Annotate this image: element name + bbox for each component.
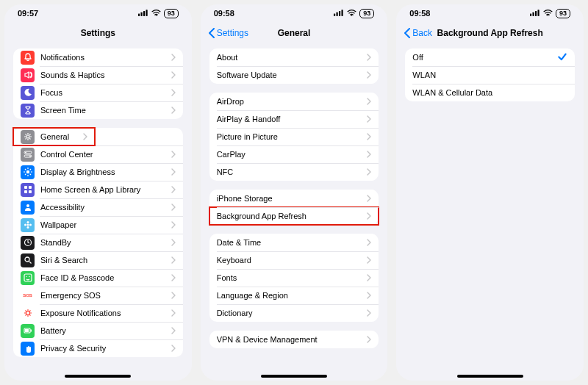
settings-row[interactable]: Sounds & Haptics — [13, 66, 183, 84]
svg-rect-36 — [533, 12, 534, 16]
svg-point-24 — [26, 276, 26, 277]
settings-row[interactable]: Accessibility — [13, 198, 183, 216]
settings-row[interactable]: iPhone Storage — [209, 190, 379, 207]
battery-icon — [21, 324, 35, 338]
svg-rect-29 — [25, 329, 29, 332]
svg-rect-35 — [530, 13, 531, 16]
row-label: Display & Brightness — [40, 168, 171, 176]
row-label: Software Update — [217, 71, 368, 79]
phone-screen: 09:5793SettingsNotificationsSounds & Hap… — [4, 4, 192, 381]
settings-row[interactable]: General — [13, 128, 95, 145]
row-label: Emergency SOS — [40, 291, 171, 300]
svg-point-25 — [29, 276, 29, 277]
settings-row[interactable]: CarPlay — [209, 145, 379, 163]
settings-row[interactable]: Display & Brightness — [13, 163, 183, 181]
sos-icon: SOS — [21, 289, 35, 303]
content: AboutSoftware UpdateAirDropAirPlay & Han… — [201, 44, 388, 381]
settings-row[interactable]: WLAN — [405, 66, 575, 84]
settings-row[interactable]: Screen Time — [13, 101, 183, 119]
signal-icon — [334, 9, 344, 18]
svg-rect-12 — [29, 186, 32, 189]
settings-row[interactable]: AirDrop — [209, 93, 379, 110]
settings-row[interactable]: Exposure Notifications — [13, 304, 183, 322]
nav-bar: Settings — [4, 22, 192, 44]
settings-row[interactable]: Keyboard — [209, 251, 379, 269]
page-title: General — [278, 28, 311, 38]
phone-screen: 09:5893SettingsGeneralAboutSoftware Upda… — [201, 4, 388, 381]
person-icon — [21, 201, 35, 215]
row-label: Face ID & Passcode — [40, 273, 171, 282]
settings-row[interactable]: StandBy — [13, 234, 183, 251]
sun-icon — [21, 165, 35, 179]
back-button[interactable]: Settings — [208, 28, 248, 38]
chevron-right-icon — [367, 151, 371, 158]
svg-point-20 — [29, 224, 32, 226]
status-time: 09:58 — [214, 9, 234, 18]
chevron-right-icon — [171, 345, 176, 352]
settings-row[interactable]: Wallpaper — [13, 216, 183, 234]
row-label: Language & Region — [217, 291, 368, 300]
settings-row[interactable]: Software Update — [209, 66, 379, 84]
grid-icon — [21, 183, 35, 197]
nav-bar: BackBackground App Refresh — [396, 22, 584, 44]
home-indicator[interactable] — [261, 375, 327, 378]
settings-row[interactable]: Fonts — [209, 269, 379, 287]
svg-point-15 — [26, 204, 29, 207]
settings-row[interactable]: Language & Region — [209, 287, 379, 304]
svg-point-34 — [351, 15, 353, 16]
svg-point-17 — [26, 221, 29, 223]
phone-screen: 09:5893BackBackground App RefreshOffWLAN… — [396, 4, 584, 381]
settings-row[interactable]: Battery — [13, 322, 183, 339]
settings-row[interactable]: Control Center — [13, 145, 183, 163]
svg-rect-28 — [30, 330, 32, 332]
settings-row[interactable]: Date & Time — [209, 234, 379, 251]
chevron-right-icon — [367, 292, 371, 299]
settings-row[interactable]: Picture in Picture — [209, 128, 379, 145]
row-label: CarPlay — [217, 150, 368, 159]
settings-row[interactable]: Focus — [13, 84, 183, 101]
status-time: 09:58 — [409, 9, 430, 18]
row-label: Focus — [40, 88, 171, 97]
back-button[interactable]: Back — [404, 28, 432, 38]
status-bar: 09:5893 — [201, 4, 388, 22]
settings-group: VPN & Device Management — [209, 331, 379, 348]
settings-row[interactable]: Privacy & Security — [13, 339, 183, 357]
chevron-right-icon — [367, 239, 371, 246]
moon-icon — [21, 86, 35, 100]
settings-row[interactable]: WLAN & Cellular Data — [405, 84, 575, 101]
row-label: StandBy — [40, 238, 171, 247]
svg-point-22 — [25, 257, 29, 262]
row-label: Background App Refresh — [217, 212, 368, 220]
settings-row[interactable]: VPN & Device Management — [209, 331, 379, 348]
settings-row[interactable]: Face ID & Passcode — [13, 269, 183, 287]
home-indicator[interactable] — [65, 375, 131, 378]
svg-point-16 — [26, 224, 29, 226]
settings-row[interactable]: Off — [405, 48, 575, 66]
chevron-right-icon — [367, 274, 371, 281]
settings-row[interactable]: Dictionary — [209, 304, 379, 322]
home-indicator[interactable] — [457, 375, 523, 378]
settings-row[interactable]: About — [209, 48, 379, 66]
chevron-right-icon — [367, 115, 371, 123]
settings-row[interactable]: SOSEmergency SOS — [13, 287, 183, 304]
row-label: AirPlay & Handoff — [217, 115, 368, 123]
settings-row[interactable]: Home Screen & App Library — [13, 181, 183, 198]
settings-row[interactable]: NFC — [209, 163, 379, 181]
back-label: Settings — [217, 28, 248, 38]
settings-row[interactable]: Siri & Search — [13, 251, 183, 269]
row-label: Siri & Search — [40, 256, 171, 265]
svg-point-7 — [25, 152, 26, 154]
chevron-right-icon — [171, 204, 176, 211]
chevron-right-icon — [367, 336, 371, 343]
settings-row[interactable]: Notifications — [13, 48, 183, 66]
chevron-right-icon — [171, 107, 176, 114]
chevron-right-icon — [171, 309, 176, 317]
row-label: Privacy & Security — [40, 344, 171, 353]
speaker-icon — [21, 68, 35, 82]
virus-icon — [21, 306, 35, 320]
settings-group: OffWLANWLAN & Cellular Data — [405, 48, 575, 101]
settings-row[interactable]: Background App Refresh — [209, 207, 379, 225]
chevron-right-icon — [171, 221, 176, 229]
signal-icon — [530, 9, 540, 18]
settings-row[interactable]: AirPlay & Handoff — [209, 110, 379, 128]
